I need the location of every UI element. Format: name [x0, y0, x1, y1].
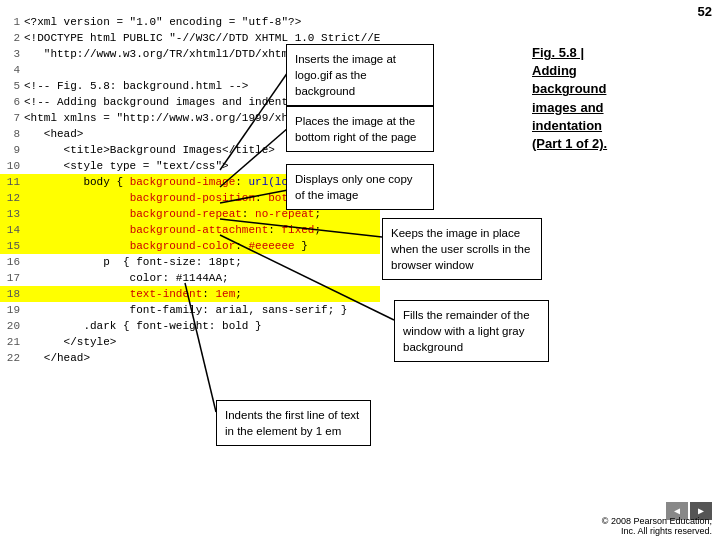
- line-content: <?xml version = "1.0" encoding = "utf-8"…: [24, 14, 380, 30]
- code-line: 21 </style>: [0, 334, 380, 350]
- line-content: text-indent: 1em;: [24, 286, 380, 302]
- line-content: background-attachment: fixed;: [24, 222, 380, 238]
- line-num: 9: [0, 142, 24, 158]
- code-line-18: 18 text-indent: 1em;: [0, 286, 380, 302]
- footer-line2: Inc. All rights reserved.: [602, 526, 712, 536]
- line-num: 1: [0, 14, 24, 30]
- code-line: 19 font-family: arial, sans-serif; }: [0, 302, 380, 318]
- code-line: 20 .dark { font-weight: bold }: [0, 318, 380, 334]
- line-num: 10: [0, 158, 24, 174]
- footer: © 2008 Pearson Education, Inc. All right…: [602, 516, 712, 536]
- line-num: 17: [0, 270, 24, 286]
- code-line: 1 <?xml version = "1.0" encoding = "utf-…: [0, 14, 380, 30]
- code-line-14: 14 background-attachment: fixed;: [0, 222, 380, 238]
- callout-text-indent: Indents the first line of text in the el…: [216, 400, 371, 446]
- code-line-15: 15 background-color: #eeeeee }: [0, 238, 380, 254]
- line-content: font-family: arial, sans-serif; }: [24, 302, 380, 318]
- callout-background-color: Fills the remainder of the window with a…: [394, 300, 549, 362]
- code-line: 16 p { font-size: 18pt;: [0, 254, 380, 270]
- line-num: 22: [0, 350, 24, 366]
- code-line: 22 </head>: [0, 350, 380, 366]
- line-content: background-color: #eeeeee }: [24, 238, 380, 254]
- line-num: 21: [0, 334, 24, 350]
- right-panel: Fig. 5.8 | Adding background images and …: [532, 44, 712, 153]
- line-num: 3: [0, 46, 24, 62]
- right-panel-title: Fig. 5.8 | Adding background images and …: [532, 44, 712, 153]
- callout-background-attachment: Keeps the image in place when the user s…: [382, 218, 542, 280]
- callout-background-repeat: Displays only one copy of the image: [286, 164, 434, 210]
- line-num: 7: [0, 110, 24, 126]
- line-num: 16: [0, 254, 24, 270]
- line-content: .dark { font-weight: bold }: [24, 318, 380, 334]
- line-num: 6: [0, 94, 24, 110]
- line-num: 4: [0, 62, 24, 78]
- line-num: 12: [0, 190, 24, 206]
- line-num: 15: [0, 238, 24, 254]
- line-num: 13: [0, 206, 24, 222]
- line-num: 19: [0, 302, 24, 318]
- line-content: p { font-size: 18pt;: [24, 254, 380, 270]
- line-num: 11: [0, 174, 24, 190]
- line-num: 14: [0, 222, 24, 238]
- line-content: </style>: [24, 334, 380, 350]
- line-num: 2: [0, 30, 24, 46]
- line-content: </head>: [24, 350, 380, 366]
- page-number: 52: [698, 4, 712, 19]
- code-line: 17 color: #1144AA;: [0, 270, 380, 286]
- line-num: 20: [0, 318, 24, 334]
- line-num: 5: [0, 78, 24, 94]
- callout-background-image: Inserts the image at logo.gif as the bac…: [286, 44, 434, 106]
- line-num: 18: [0, 286, 24, 302]
- line-content: color: #1144AA;: [24, 270, 380, 286]
- callout-background-position: Places the image at the bottom right of …: [286, 106, 434, 152]
- line-num: 8: [0, 126, 24, 142]
- footer-line1: © 2008 Pearson Education,: [602, 516, 712, 526]
